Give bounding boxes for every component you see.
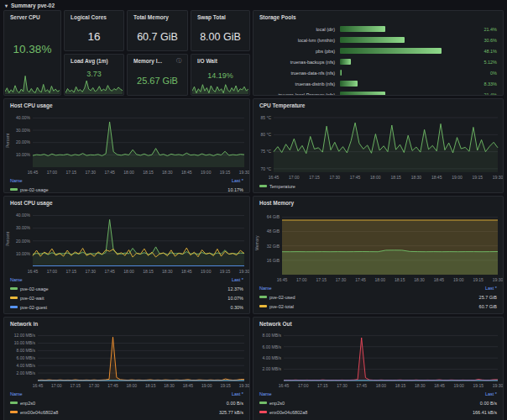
chevron-down-icon[interactable]: ▾	[5, 3, 8, 8]
svg-text:20.00%: 20.00%	[16, 139, 31, 144]
legend-row[interactable]: Temperature	[259, 181, 497, 191]
svg-text:16:45: 16:45	[279, 383, 290, 388]
storage-pool-row[interactable]: pbs (pbs)48.1%	[259, 45, 497, 56]
storage-pool-row[interactable]: truenas-local-Proxmox (nfs)21.4%	[259, 89, 497, 96]
pool-label: truenas-data-nfs (nfs)	[259, 71, 340, 76]
chart-canvas[interactable]: 70 °C75 °C80 °C85 °C16:4517:0017:1517:30…	[254, 111, 503, 181]
svg-text:18:45: 18:45	[183, 383, 194, 388]
legend-row[interactable]: vmbr00 B/s	[259, 417, 497, 420]
panel-server-cpu: Server CPU 10.38%	[3, 10, 61, 96]
stat-value-server-cpu: 10.38%	[13, 43, 52, 55]
svg-text:18:00: 18:00	[376, 383, 387, 388]
series-last-value: 60.7 GiB	[479, 304, 497, 309]
storage-pool-row[interactable]: truenas-data-nfs (nfs)0%	[259, 67, 497, 78]
stat-value-logical-cores: 16	[87, 30, 100, 43]
storage-pool-row[interactable]: truenas-backups (nfs)5.12%	[259, 56, 497, 67]
chart-canvas[interactable]: 10.00%20.00%30.00%40.00%16:4517:0017:151…	[4, 208, 249, 276]
legend-header: NameLast *	[10, 276, 243, 284]
panel-title: Total Memory	[133, 12, 169, 23]
svg-text:18:15: 18:15	[390, 175, 401, 180]
pool-usage-bar	[340, 81, 358, 87]
host-memory-chart[interactable]: 16 GiB32 GiB48 GiB64 GiB16:4517:0017:151…	[254, 208, 503, 284]
svg-text:18:45: 18:45	[434, 277, 445, 282]
stat-value-memory-info: 25.67 GiB	[137, 76, 178, 86]
svg-text:17:45: 17:45	[355, 277, 366, 282]
chart-legend: NameLast *pve-02-usage12.37%pve-02-wait1…	[4, 276, 249, 312]
svg-text:18:15: 18:15	[395, 277, 405, 282]
legend-col-last[interactable]: Last *	[485, 286, 497, 291]
legend-col-name[interactable]: Name	[10, 277, 23, 282]
legend-col-last[interactable]: Last *	[232, 277, 243, 282]
svg-text:17:15: 17:15	[66, 269, 77, 274]
pool-usage-value: 5.12%	[467, 60, 497, 65]
pool-label: truenas-distrib (nfs)	[259, 81, 340, 87]
stat-value-load-avg: 3.73	[86, 70, 102, 78]
dashboard-row-header[interactable]: ▾ Summary pve-02	[5, 1, 55, 9]
series-name: enp2s0	[269, 401, 285, 406]
legend-row[interactable]: enx00e04c6802a8325.77 kB/s	[10, 407, 243, 417]
info-icon[interactable]: ⓘ	[176, 55, 181, 66]
legend-col-name[interactable]: Name	[259, 286, 272, 291]
chart-legend: Temperature	[254, 181, 503, 191]
legend-row[interactable]: pve-02-usage10.17%	[10, 185, 243, 193]
panel-title: Storage Pools	[259, 12, 296, 23]
legend-row[interactable]: pve-02-wait10.07%	[10, 293, 243, 302]
legend-col-last[interactable]: Last *	[232, 178, 243, 183]
legend-row[interactable]: pve-02-used25.7 GiB	[259, 292, 497, 302]
svg-text:10.00%: 10.00%	[16, 251, 31, 256]
svg-text:18:00: 18:00	[127, 383, 138, 388]
svg-text:8.00 MB/s: 8.00 MB/s	[16, 348, 35, 353]
legend-row[interactable]: enp2s00.00 B/s	[259, 398, 497, 407]
legend-row[interactable]: pve-02-guest0.30%	[10, 302, 243, 312]
svg-text:18:45: 18:45	[431, 175, 442, 180]
svg-text:16:45: 16:45	[277, 277, 288, 282]
chart-canvas[interactable]: 10.00%20.00%30.00%40.00%16:4517:0017:151…	[4, 111, 249, 176]
svg-text:32 GiB: 32 GiB	[267, 244, 280, 249]
legend-row[interactable]: vmbr00 B/s	[10, 417, 243, 420]
pool-usage-value: 21.4%	[467, 92, 497, 97]
legend-col-last[interactable]: Last *	[232, 391, 243, 396]
svg-text:19:00: 19:00	[201, 383, 212, 388]
series-color-swatch	[10, 411, 18, 413]
svg-text:17:00: 17:00	[289, 175, 300, 180]
svg-text:17:15: 17:15	[66, 170, 77, 175]
legend-header: NameLast *	[259, 390, 497, 398]
chart-canvas[interactable]: 16 GiB32 GiB48 GiB64 GiB16:4517:0017:151…	[254, 208, 503, 284]
storage-pool-row[interactable]: local-lvm (lvmthin)30.6%	[259, 34, 497, 45]
svg-text:30.00%: 30.00%	[16, 128, 31, 133]
legend-col-name[interactable]: Name	[259, 391, 272, 396]
legend-row[interactable]: pve-02-total60.7 GiB	[259, 302, 497, 311]
series-last-value: 0.00 B/s	[480, 401, 497, 406]
legend-row[interactable]: enx00e04c6802a8166.41 kB/s	[259, 407, 497, 417]
legend-row[interactable]: pve-02-usage12.37%	[10, 284, 243, 293]
stat-value-total-memory: 60.7 GiB	[137, 31, 178, 43]
host-cpu-usage-chart[interactable]: 10.00%20.00%30.00%40.00%16:4517:0017:151…	[4, 111, 249, 176]
series-name: pve-02-guest	[20, 305, 47, 310]
chart-canvas[interactable]: 2.00 MB/s4.00 MB/s6.00 MB/s8.00 MB/s10.0…	[4, 329, 249, 390]
network-in-chart[interactable]: 2.00 MB/s4.00 MB/s6.00 MB/s8.00 MB/s10.0…	[4, 329, 249, 390]
svg-text:17:30: 17:30	[336, 277, 347, 282]
svg-text:19:15: 19:15	[473, 277, 483, 282]
network-out-chart[interactable]: 2.00 MB/s4.00 MB/s6.00 MB/s8.00 MB/s16:4…	[254, 329, 503, 390]
series-color-swatch	[259, 305, 267, 307]
series-last-value: 0.30%	[230, 305, 243, 310]
legend-col-name[interactable]: Name	[10, 178, 23, 183]
svg-text:16:45: 16:45	[269, 175, 280, 180]
svg-text:18:30: 18:30	[415, 383, 426, 388]
panel-cpu-temperature: CPU Temperature 70 °C75 °C80 °C85 °C16:4…	[253, 98, 504, 193]
panel-network-out: Network Out 2.00 MB/s4.00 MB/s6.00 MB/s8…	[253, 317, 504, 420]
legend-col-name[interactable]: Name	[10, 391, 23, 396]
storage-pool-row[interactable]: truenas-distrib (nfs)8.33%	[259, 78, 497, 89]
storage-pool-row[interactable]: local (dir)21.4%	[259, 24, 497, 34]
host-cpu-usage-detail-chart[interactable]: 10.00%20.00%30.00%40.00%16:4517:0017:151…	[4, 208, 249, 276]
svg-text:18:30: 18:30	[164, 383, 175, 388]
legend-row[interactable]: enp2s00.00 B/s	[10, 398, 243, 407]
legend-col-last[interactable]: Last *	[485, 391, 497, 396]
pool-usage-value: 8.33%	[467, 81, 497, 87]
chart-canvas[interactable]: 2.00 MB/s4.00 MB/s6.00 MB/s8.00 MB/s16:4…	[254, 329, 503, 390]
cpu-temperature-chart[interactable]: 70 °C75 °C80 °C85 °C16:4517:0017:1517:30…	[254, 111, 503, 181]
svg-text:17:00: 17:00	[296, 277, 307, 282]
pool-usage-bar	[340, 70, 342, 76]
pool-usage-value: 0%	[467, 71, 497, 76]
svg-text:19:30: 19:30	[239, 170, 249, 175]
